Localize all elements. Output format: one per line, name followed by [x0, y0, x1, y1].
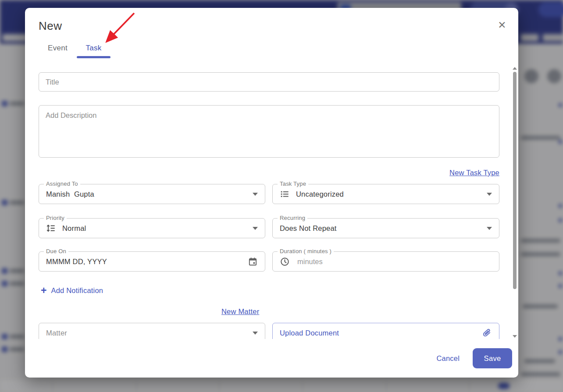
- save-button[interactable]: Save: [473, 348, 512, 368]
- tab-event[interactable]: Event: [39, 40, 77, 56]
- recurring-select[interactable]: Recurring Does Not Repeat: [272, 218, 499, 238]
- upload-document-label: Upload Document: [280, 329, 339, 337]
- add-notification-label: Add Notification: [51, 286, 103, 295]
- sort-lines-icon: [46, 223, 56, 233]
- description-input[interactable]: [39, 105, 499, 158]
- chevron-down-icon: [253, 332, 258, 335]
- form-row-2: Priority Normal Recur: [39, 218, 499, 238]
- assigned-to-value: Manish Gupta: [46, 190, 94, 198]
- duration-input[interactable]: [296, 257, 492, 266]
- duration-field[interactable]: Duration ( minutes ): [272, 251, 499, 272]
- due-on-value: MMMM DD, YYYY: [46, 258, 107, 266]
- new-task-type-row: New Task Type: [39, 169, 499, 177]
- cancel-button[interactable]: Cancel: [434, 354, 462, 363]
- form-row-1: Assigned To Manish Gupta Task Type Uncat…: [39, 184, 499, 204]
- tab-task[interactable]: Task: [77, 40, 110, 56]
- recurring-value: Does Not Repeat: [280, 224, 337, 233]
- paperclip-icon: [481, 328, 492, 338]
- matter-placeholder: Matter: [46, 329, 67, 337]
- clock-icon: [280, 257, 290, 267]
- assigned-to-label: Assigned To: [44, 180, 80, 187]
- list-icon: [280, 189, 289, 199]
- dialog-footer: Cancel Save: [25, 348, 518, 368]
- task-type-value: Uncategorized: [296, 190, 344, 198]
- chevron-down-icon: [253, 227, 258, 230]
- active-tab-indicator: [77, 56, 110, 58]
- add-notification-button[interactable]: + Add Notification: [41, 286, 103, 295]
- scrollbar-thumb[interactable]: [513, 72, 517, 289]
- new-matter-row: New Matter: [39, 307, 499, 316]
- scroll-up-arrow-icon[interactable]: [513, 67, 517, 70]
- duration-label: Duration ( minutes ): [278, 248, 334, 254]
- dialog-scrollbar[interactable]: [512, 66, 517, 339]
- dialog-scroll-content: New Task Type Assigned To Manish Gupta T…: [25, 66, 510, 339]
- matter-select[interactable]: Matter: [39, 323, 265, 339]
- due-on-label: Due On: [44, 248, 68, 254]
- chevron-down-icon: [487, 227, 492, 230]
- task-type-select[interactable]: Task Type Uncategorized: [272, 184, 499, 204]
- assigned-to-select[interactable]: Assigned To Manish Gupta: [39, 184, 265, 204]
- close-icon[interactable]: ✕: [495, 18, 509, 32]
- form-row-3: Due On MMMM DD, YYYY Duration ( minutes …: [39, 251, 499, 272]
- priority-select[interactable]: Priority Normal: [39, 218, 265, 238]
- new-matter-link[interactable]: New Matter: [221, 307, 259, 315]
- chevron-down-icon: [253, 193, 258, 196]
- upload-document-button[interactable]: Upload Document: [272, 323, 499, 339]
- new-task-type-link[interactable]: New Task Type: [449, 169, 499, 177]
- plus-icon: +: [41, 286, 46, 295]
- scroll-down-arrow-icon[interactable]: [513, 335, 517, 338]
- recurring-label: Recurring: [278, 215, 307, 221]
- priority-value: Normal: [62, 224, 86, 233]
- form-row-4: Matter Upload Document: [39, 323, 499, 339]
- new-item-dialog: New ✕ Event Task New Task Type Assigned …: [25, 8, 518, 378]
- task-type-label: Task Type: [278, 180, 308, 187]
- chevron-down-icon: [487, 193, 492, 196]
- priority-label: Priority: [44, 215, 67, 221]
- due-on-datepicker[interactable]: Due On MMMM DD, YYYY: [39, 251, 265, 272]
- calendar-icon[interactable]: [248, 257, 258, 267]
- tab-bar: Event Task: [39, 40, 110, 56]
- dialog-title: New: [39, 19, 62, 33]
- title-input[interactable]: [39, 72, 499, 92]
